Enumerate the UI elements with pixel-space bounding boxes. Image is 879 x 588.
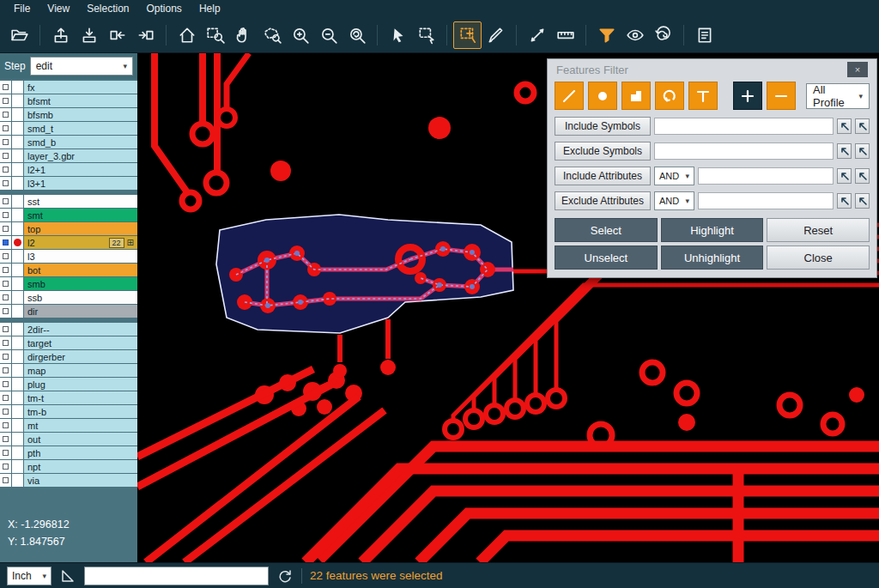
layer-row-bfsmb[interactable]: bfsmb [0, 108, 137, 121]
layer-visibility-checkbox[interactable] [0, 108, 11, 121]
layer-dot-slot[interactable] [12, 108, 23, 121]
layer-row-tm-b[interactable]: tm-b [0, 405, 137, 418]
layer-visibility-checkbox[interactable] [0, 291, 11, 304]
layer-name[interactable]: smb [24, 277, 137, 290]
menu-help[interactable]: Help [191, 0, 229, 17]
zoom-window-icon[interactable] [201, 21, 229, 49]
layer-visibility-checkbox[interactable] [0, 209, 11, 221]
unhighlight-button[interactable]: Unhighlight [661, 246, 764, 270]
layer-visibility-checkbox[interactable] [0, 222, 11, 235]
menu-file[interactable]: File [5, 0, 39, 17]
layer-dot-slot[interactable] [12, 163, 23, 176]
layer-visibility-checkbox[interactable] [0, 446, 11, 459]
measure-line-icon[interactable] [523, 21, 551, 49]
step-back-icon[interactable] [103, 21, 131, 49]
layer-name[interactable]: plug [24, 378, 137, 391]
layer-name[interactable]: l3+1 [24, 177, 137, 190]
layer-row-l2+1[interactable]: l2+1 [0, 163, 137, 176]
layer-visibility-checkbox[interactable] [0, 163, 11, 176]
text-filter-icon[interactable] [688, 82, 718, 110]
layer-name[interactable]: map [24, 364, 137, 377]
layer-row-l3[interactable]: l3 [0, 250, 137, 263]
layer-row-mt[interactable]: mt [0, 419, 137, 432]
layer-row-target[interactable]: target [0, 336, 137, 349]
layer-dot-slot[interactable] [12, 81, 23, 94]
unselect-button[interactable]: Unselect [555, 246, 658, 270]
layer-dot-slot[interactable] [12, 364, 23, 377]
layer-dot-slot[interactable] [12, 264, 23, 276]
lasso-zoom-icon[interactable] [258, 21, 286, 49]
layer-name[interactable]: tm-t [24, 391, 137, 404]
layer-name[interactable]: target [24, 336, 137, 349]
layer-row-smd_b[interactable]: smd_b [0, 136, 137, 149]
command-input[interactable] [84, 567, 269, 585]
feature-select-icon[interactable] [453, 21, 482, 49]
layer-name[interactable]: bot [24, 264, 137, 276]
layer-row-plug[interactable]: plug [0, 378, 137, 391]
layer-dot-slot[interactable] [12, 305, 23, 318]
layer-dot-slot[interactable] [12, 446, 23, 459]
menu-view[interactable]: View [39, 0, 78, 17]
layer-name[interactable]: via [24, 474, 137, 487]
layer-row-bot[interactable]: bot [0, 264, 137, 276]
layer-dot-slot[interactable] [12, 149, 23, 162]
layer-visibility-checkbox[interactable] [0, 323, 11, 336]
zoom-in-icon[interactable] [286, 21, 314, 49]
profile-dropdown[interactable]: All Profile [806, 83, 870, 109]
layer-row-smt[interactable]: smt [0, 209, 137, 221]
layer-name[interactable]: top [24, 222, 137, 235]
layer-name[interactable]: 2dir-- [24, 323, 137, 336]
layer-row-bfsmt[interactable]: bfsmt [0, 94, 137, 107]
pick-attribute-add-icon[interactable] [855, 193, 870, 209]
arc-filter-icon[interactable] [655, 82, 684, 110]
layer-name[interactable]: smt [24, 209, 137, 221]
layer-name[interactable]: layer_3.gbr [24, 149, 137, 162]
pan-hand-icon[interactable] [229, 21, 258, 49]
exclude-attributes-logic-dropdown[interactable]: AND [654, 191, 694, 210]
layer-visibility-checkbox[interactable] [0, 433, 11, 446]
layer-row-smd_t[interactable]: smd_t [0, 122, 137, 135]
close-icon[interactable] [847, 62, 868, 77]
ruler-icon[interactable] [551, 21, 579, 49]
pick-symbol-add-icon[interactable] [855, 143, 870, 159]
pick-attribute-add-icon[interactable] [855, 168, 870, 184]
layer-row-out[interactable]: out [0, 433, 137, 446]
layer-dot-slot[interactable] [12, 433, 23, 446]
layer-dot-slot[interactable] [12, 378, 23, 391]
layer-dot-slot[interactable] [12, 323, 23, 336]
zoom-reset-icon[interactable] [343, 21, 371, 49]
layer-dot-slot[interactable] [12, 136, 23, 149]
layer-visibility-checkbox[interactable] [0, 264, 11, 276]
highlight-button[interactable]: Highlight [661, 218, 764, 242]
layer-row-top[interactable]: top [0, 222, 137, 235]
layer-dot-slot[interactable] [12, 277, 23, 290]
layer-row-l3+1[interactable]: l3+1 [0, 177, 137, 190]
fill-brush-icon[interactable] [482, 21, 510, 49]
pad-filter-icon[interactable] [588, 82, 617, 110]
exclude-symbols-button[interactable]: Exclude Symbols [555, 142, 651, 161]
layer-name[interactable]: npt [24, 460, 137, 473]
step-forward-icon[interactable] [131, 21, 160, 49]
layer-visibility-checkbox[interactable] [0, 94, 11, 107]
include-attributes-input[interactable] [698, 167, 834, 185]
layer-visibility-checkbox[interactable] [0, 378, 11, 391]
layer-name[interactable]: bfsmb [24, 108, 137, 121]
layer-row-layer_3.gbr[interactable]: layer_3.gbr [0, 149, 137, 162]
layer-name[interactable]: fx [24, 81, 137, 94]
rect-select-icon[interactable] [412, 21, 440, 49]
layer-row-pth[interactable]: pth [0, 446, 137, 459]
layer-name[interactable]: l2+1 [24, 163, 137, 176]
layer-dot-slot[interactable] [12, 209, 23, 221]
pick-symbol-icon[interactable] [837, 118, 852, 134]
layer-name[interactable]: smd_t [24, 122, 137, 135]
angle-tool-icon[interactable] [59, 567, 76, 585]
menu-selection[interactable]: Selection [78, 0, 137, 17]
layer-row-l2[interactable]: l222⊞ [0, 236, 137, 249]
zoom-out-icon[interactable] [314, 21, 343, 49]
layer-row-tm-t[interactable]: tm-t [0, 391, 137, 404]
reset-button[interactable]: Reset [767, 218, 870, 242]
surface-filter-icon[interactable] [621, 82, 651, 110]
layer-visibility-checkbox[interactable] [0, 460, 11, 473]
layer-dot-slot[interactable] [12, 336, 23, 349]
layer-visibility-checkbox[interactable] [0, 336, 11, 349]
